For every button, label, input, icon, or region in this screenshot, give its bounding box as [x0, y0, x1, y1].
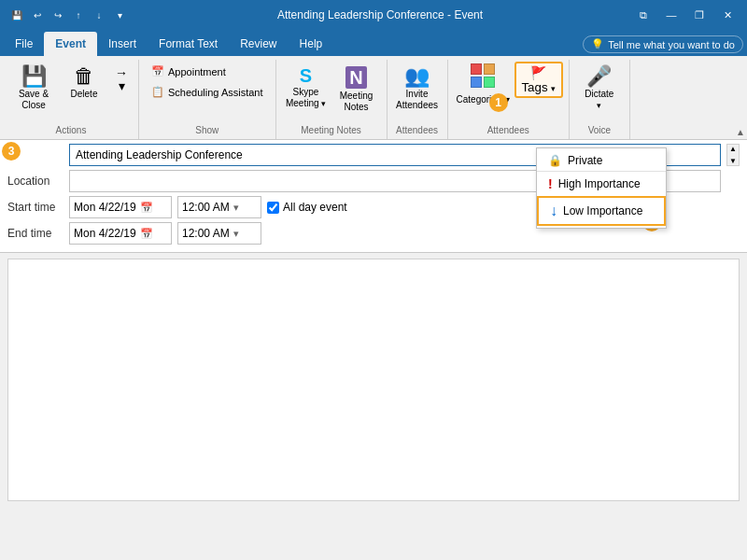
all-day-checkbox[interactable] [267, 202, 279, 214]
tags-flag-icon: 🚩 [530, 65, 546, 80]
scheduling-assistant-button[interactable]: 📋 Scheduling Assistant [145, 82, 270, 102]
window-controls: ⧉ — ❐ ✕ [631, 5, 740, 25]
tile-button[interactable]: ⧉ [631, 5, 655, 25]
ribbon-group-show: 📅 Appointment 📋 Scheduling Assistant Sho… [139, 60, 276, 139]
tags-label: Attendees [454, 125, 563, 137]
close-button[interactable]: ✕ [715, 5, 740, 25]
scheduling-icon: 📋 [151, 86, 164, 98]
tab-help[interactable]: Help [289, 32, 334, 56]
calendar-icon: 📅 [140, 202, 153, 214]
scroll-up-btn[interactable]: ▲ ▼ [726, 144, 740, 166]
dropdown-high-importance[interactable]: ! High Importance [537, 172, 666, 196]
ribbon-group-attendees: 👥 InviteAttendees Attendees [388, 60, 448, 139]
attendees-icon: 👥 [404, 66, 430, 87]
categorize-colors [471, 63, 496, 89]
dropdown-private[interactable]: 🔒 Private [537, 150, 666, 172]
ribbon-tabs: File Event Insert Format Text Review Hel… [0, 30, 747, 56]
lock-icon: 🔒 [548, 154, 562, 167]
qat-down[interactable]: ↓ [90, 6, 108, 24]
skype-meeting-button[interactable]: S SkypeMeeting ▾ [282, 62, 331, 114]
high-importance-icon: ! [548, 176, 553, 191]
tell-me-text: Tell me what you want to do [608, 39, 735, 50]
start-time-label: Start time [7, 201, 63, 214]
skype-icon: S [300, 66, 312, 85]
meeting-notes-button[interactable]: N MeetingNotes [332, 62, 381, 118]
ribbon-group-meeting-notes: S SkypeMeeting ▾ N MeetingNotes Meeting … [276, 60, 388, 139]
actions-label: Actions [9, 125, 133, 137]
step1-badge: 1 [489, 93, 508, 112]
delete-icon: 🗑 [74, 66, 94, 87]
voice-label: Voice [575, 125, 624, 137]
tab-format-text[interactable]: Format Text [148, 32, 229, 56]
start-time-input[interactable]: 12:00 AM ▾ [177, 196, 261, 218]
tags-button[interactable]: 🚩 Tags ▾ [514, 62, 563, 98]
appointment-icon: 📅 [151, 65, 164, 77]
lightbulb-icon: 💡 [591, 38, 604, 50]
appointment-button[interactable]: 📅 Appointment [145, 62, 270, 81]
notes-icon: N [345, 66, 366, 89]
show-content: 📅 Appointment 📋 Scheduling Assistant [145, 60, 270, 125]
tab-file[interactable]: File [4, 32, 44, 56]
invite-attendees-button[interactable]: 👥 InviteAttendees [393, 62, 442, 116]
qat-undo[interactable]: ↩ [28, 6, 47, 24]
delete-button[interactable]: 🗑 Delete [60, 62, 108, 105]
start-date-input[interactable]: Mon 4/22/19 📅 [69, 196, 172, 218]
end-date-input[interactable]: Mon 4/22/19 📅 [69, 222, 172, 245]
location-label: Location [7, 175, 63, 188]
title-bar: 💾 ↩ ↪ ↑ ↓ ▾ Attending Leadership Confere… [0, 0, 747, 30]
step3-badge: 3 [2, 142, 21, 161]
low-importance-icon: ↓ [550, 203, 557, 219]
dropdown-low-importance[interactable]: ↓ Low Importance [537, 196, 666, 226]
quick-access-toolbar: 💾 ↩ ↪ ↑ ↓ ▾ [7, 6, 129, 24]
forward-button[interactable]: →▾ [110, 62, 133, 97]
show-label: Show [145, 125, 270, 137]
ribbon-group-tags: 1 Categorize ▾ 🚩 Tags ▾ [448, 60, 570, 139]
qat-redo[interactable]: ↪ [49, 6, 67, 24]
all-day-label[interactable]: All day event [267, 201, 347, 214]
ribbon-group-actions: 💾 Save &Close 🗑 Delete →▾ Actions [4, 60, 139, 139]
tab-insert[interactable]: Insert [97, 32, 148, 56]
tab-event[interactable]: Event [44, 32, 97, 56]
event-body-area[interactable] [7, 259, 740, 501]
restore-button[interactable]: ❐ [687, 5, 712, 25]
qat-up[interactable]: ↑ [69, 6, 88, 24]
actions-content: 💾 Save &Close 🗑 Delete →▾ [9, 60, 133, 125]
end-time-chevron: ▾ [233, 228, 239, 240]
microphone-icon: 🎤 [586, 66, 612, 87]
ribbon: 💾 Save &Close 🗑 Delete →▾ Actions 📅 Appo… [0, 56, 747, 140]
ribbon-collapse-icon[interactable]: ▲ [736, 127, 745, 137]
end-calendar-icon: 📅 [140, 228, 153, 240]
minimize-button[interactable]: — [659, 5, 684, 25]
save-icon: 💾 [21, 66, 47, 87]
end-time-input[interactable]: 12:00 AM ▾ [177, 222, 261, 245]
dictate-button[interactable]: 🎤 Dictate▾ [575, 62, 624, 116]
meeting-notes-label: Meeting Notes [282, 125, 381, 137]
qat-more[interactable]: ▾ [110, 6, 129, 24]
attendees-label: Attendees [393, 125, 442, 137]
end-time-label: End time [7, 227, 63, 240]
qat-save[interactable]: 💾 [7, 6, 26, 24]
tags-dropdown: 🔒 Private ! High Importance ↓ Low Import… [536, 147, 667, 229]
tell-me-box[interactable]: 💡 Tell me what you want to do [583, 35, 743, 53]
ribbon-group-voice: 🎤 Dictate▾ Voice [570, 60, 630, 139]
save-close-button[interactable]: 💾 Save &Close [9, 62, 58, 116]
window-title: Attending Leadership Conference - Event [129, 8, 631, 21]
time-chevron: ▾ [233, 202, 239, 214]
tab-review[interactable]: Review [229, 32, 288, 56]
